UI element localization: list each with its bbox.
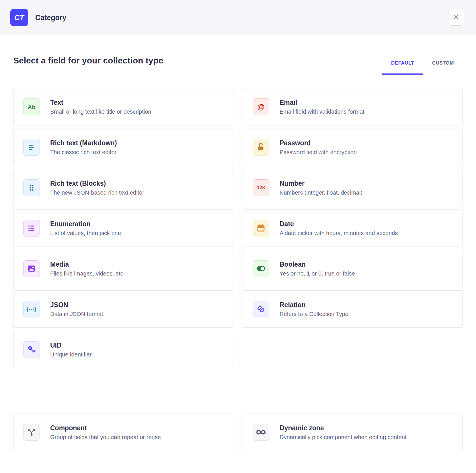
page-title: Select a field for your collection type bbox=[13, 56, 163, 74]
field-description: Unique identifier bbox=[50, 351, 92, 358]
tab-custom[interactable]: CUSTOM bbox=[423, 60, 463, 74]
field-title: Date bbox=[280, 220, 398, 228]
chain-link-icon bbox=[253, 301, 269, 317]
advanced-column-right: Dynamic zone Dynamically pick component … bbox=[243, 414, 463, 451]
infinity-icon bbox=[253, 424, 269, 441]
field-title: Rich text (Markdown) bbox=[50, 139, 117, 147]
field-description: List of values, then pick one bbox=[50, 230, 121, 236]
field-title: Component bbox=[50, 424, 161, 432]
close-icon bbox=[453, 13, 460, 22]
advanced-field-grid: Component Group of fields that you can r… bbox=[13, 414, 463, 451]
picture-icon bbox=[23, 260, 40, 277]
field-description: A date picker with hours, minutes and se… bbox=[280, 230, 398, 236]
field-description: Files like images, videos, etc bbox=[50, 270, 123, 277]
collection-type-title: Category bbox=[35, 13, 448, 22]
field-card-boolean[interactable]: Boolean Yes or no, 1 or 0, true or false bbox=[243, 250, 463, 287]
field-card-dynamic-zone[interactable]: Dynamic zone Dynamically pick component … bbox=[243, 414, 463, 451]
advanced-column-left: Component Group of fields that you can r… bbox=[13, 414, 233, 451]
component-nodes-icon bbox=[23, 424, 40, 441]
field-title: Email bbox=[280, 99, 364, 106]
at-sign-icon: @ bbox=[253, 98, 269, 115]
field-title: Password bbox=[280, 139, 357, 147]
field-card-media[interactable]: Media Files like images, videos, etc bbox=[13, 250, 233, 287]
field-title: Rich text (Blocks) bbox=[50, 180, 144, 187]
field-card-enumeration[interactable]: Enumeration List of values, then pick on… bbox=[13, 210, 233, 247]
field-card-relation[interactable]: Relation Refers to a Collection Type bbox=[243, 290, 463, 328]
field-card-number[interactable]: 123 Number Numbers (integer, float, deci… bbox=[243, 169, 463, 206]
field-title: Boolean bbox=[280, 261, 355, 268]
field-card-email[interactable]: @ Email Email field with validations for… bbox=[243, 88, 463, 125]
field-description: Small or long text like title or descrip… bbox=[50, 108, 151, 115]
modal-body: Select a field for your collection type … bbox=[0, 56, 476, 451]
modal-header: CT Category bbox=[0, 0, 476, 35]
field-description: Email field with validations format bbox=[280, 108, 364, 115]
toggle-icon bbox=[253, 260, 269, 277]
field-description: Numbers (integer, float, decimal) bbox=[280, 189, 362, 196]
field-title: Dynamic zone bbox=[280, 424, 406, 432]
field-title: Relation bbox=[280, 301, 348, 309]
field-description: Dynamically pick component when editing … bbox=[280, 434, 406, 441]
field-card-component[interactable]: Component Group of fields that you can r… bbox=[13, 414, 233, 451]
title-row: Select a field for your collection type … bbox=[13, 56, 463, 74]
calendar-icon bbox=[253, 220, 269, 236]
field-title: Text bbox=[50, 99, 151, 106]
braces-icon: {···} bbox=[23, 301, 40, 317]
field-card-json[interactable]: {···} JSON Data in JSON format bbox=[13, 290, 233, 328]
lock-icon bbox=[253, 139, 269, 156]
field-description: Password field with encryption bbox=[280, 149, 357, 156]
field-column-right: @ Email Email field with validations for… bbox=[243, 88, 463, 368]
collection-type-badge-label: CT bbox=[14, 13, 24, 22]
field-title: UID bbox=[50, 342, 92, 349]
field-card-text[interactable]: Ab Text Small or long text like title or… bbox=[13, 88, 233, 125]
field-title: JSON bbox=[50, 301, 103, 309]
digits-icon: 123 bbox=[253, 179, 269, 196]
field-title: Number bbox=[280, 180, 362, 187]
field-description: The classic rich text editor bbox=[50, 149, 117, 156]
field-grid: Ab Text Small or long text like title or… bbox=[13, 88, 463, 368]
field-description: Group of fields that you can repeat or r… bbox=[50, 434, 161, 441]
field-card-date[interactable]: Date A date picker with hours, minutes a… bbox=[243, 210, 463, 247]
collection-type-badge: CT bbox=[10, 9, 28, 26]
blocks-dots-icon bbox=[23, 179, 40, 196]
field-column-left: Ab Text Small or long text like title or… bbox=[13, 88, 233, 368]
field-card-uid[interactable]: UID Unique identifier bbox=[13, 331, 233, 368]
tab-bar: DEFAULT CUSTOM bbox=[382, 60, 463, 74]
field-description: The new JSON-based rich text editor bbox=[50, 189, 144, 196]
tab-default[interactable]: DEFAULT bbox=[382, 60, 423, 75]
field-title: Media bbox=[50, 261, 123, 268]
field-title: Enumeration bbox=[50, 220, 121, 228]
field-description: Data in JSON format bbox=[50, 311, 103, 317]
bullet-list-icon bbox=[23, 220, 40, 236]
key-icon bbox=[23, 341, 40, 358]
markdown-lines-icon bbox=[23, 139, 40, 156]
text-ab-icon: Ab bbox=[23, 98, 40, 115]
field-description: Refers to a Collection Type bbox=[280, 311, 348, 317]
close-button[interactable] bbox=[448, 10, 464, 26]
field-card-richtext-blocks[interactable]: Rich text (Blocks) The new JSON-based ri… bbox=[13, 169, 233, 206]
field-card-richtext-markdown[interactable]: Rich text (Markdown) The classic rich te… bbox=[13, 129, 233, 166]
field-card-password[interactable]: Password Password field with encryption bbox=[243, 129, 463, 166]
field-description: Yes or no, 1 or 0, true or false bbox=[280, 270, 355, 277]
